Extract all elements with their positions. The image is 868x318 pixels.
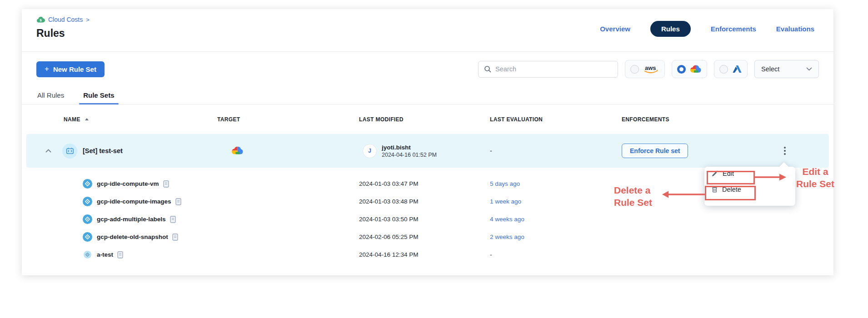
rule-last-evaluation-link[interactable]: 2 weeks ago [490,234,622,240]
rule-last-evaluation: - [490,251,622,258]
nav-rules-active[interactable]: Rules [650,21,691,37]
rule-icon [84,251,91,258]
annotation-edit-rule-set: Edit a Rule Set [781,165,849,190]
rule-last-modified: 2024-01-03 03:50 PM [359,216,490,223]
rule-icon [83,179,92,189]
rule-name: a-test [97,251,113,258]
search-input[interactable] [495,65,612,73]
top-nav: Overview Rules Enforcements Evaluations [600,21,814,37]
rule-last-evaluation-link[interactable]: 5 days ago [490,180,622,187]
provider-filter-azure[interactable] [714,60,748,78]
column-header-last-evaluation: LAST EVALUATION [490,116,622,123]
plus-icon: + [45,66,49,72]
gcp-radio[interactable] [677,65,686,74]
provider-filter-aws[interactable]: aws [625,60,665,78]
chevron-down-icon [806,67,812,71]
avatar: J [363,144,377,158]
rule-notes-icon[interactable] [172,234,178,241]
rule-row[interactable]: a-test 2024-04-16 12:34 PM - [26,246,829,263]
sort-ascending-icon [85,118,89,120]
rule-name: gcp-delete-old-snapshot [97,234,168,240]
aws-logo-icon: aws [643,64,659,75]
table-header: NAME TARGET LAST MODIFIED LAST EVALUATIO… [26,104,829,134]
new-rule-set-label: New Rule Set [53,65,96,73]
new-rule-set-button[interactable]: + New Rule Set [36,61,105,77]
cloud-costs-icon: $ [36,16,45,23]
azure-radio[interactable] [719,65,728,74]
column-header-name[interactable]: NAME [36,116,217,123]
rule-icon [83,214,92,224]
column-header-enforcements: ENFORCEMENTS [622,116,751,123]
main-panel: $ Cloud Costs > Rules Overview Rules Enf… [22,9,833,275]
azure-logo-icon [732,65,742,74]
annotation-arrow-left [662,190,705,199]
nav-evaluations[interactable]: Evaluations [776,25,814,33]
page-title: Rules [36,27,65,40]
rule-last-modified: 2024-01-03 03:47 PM [359,180,490,187]
rule-set-target [217,146,359,156]
rule-last-evaluation-link[interactable]: 4 weeks ago [490,216,622,223]
annotation-box-edit [707,171,755,184]
tab-rule-sets[interactable]: Rule Sets [83,86,114,104]
breadcrumb-separator: > [86,16,90,23]
svg-text:aws: aws [645,65,656,71]
column-header-target: TARGET [217,116,359,123]
modified-at-timestamp: 2024-04-16 01:52 PM [382,152,437,158]
rules-tabs: All Rules Rule Sets [22,86,833,104]
rule-notes-icon[interactable] [170,216,176,223]
enforce-rule-set-button[interactable]: Enforce Rule set [622,144,688,158]
rule-row[interactable]: gcp-delete-old-snapshot 2024-02-06 05:25… [26,228,829,246]
rule-set-icon [62,144,77,159]
rule-icon [83,232,92,242]
gcp-logo-icon [690,65,702,74]
rule-last-modified: 2024-01-03 03:48 PM [359,198,490,205]
rule-name: gcp-idle-compute-images [97,198,171,205]
row-options-kebab-icon[interactable] [781,144,788,158]
filter-select-dropdown[interactable]: Select [754,60,819,78]
rule-notes-icon[interactable] [175,198,181,205]
annotation-box-delete [705,186,756,200]
filter-select-value: Select [761,65,779,73]
rule-icon [83,197,92,206]
rule-name: gcp-add-multiple-labels [97,216,166,223]
rule-notes-icon[interactable] [163,180,169,188]
rule-last-modified: 2024-02-06 05:25 PM [359,234,490,240]
rule-last-modified: 2024-04-16 12:34 PM [359,251,490,258]
nav-overview[interactable]: Overview [600,25,630,33]
rule-notes-icon[interactable] [117,251,123,258]
search-icon [484,65,491,73]
provider-filter-gcp[interactable] [672,60,707,78]
gcp-target-icon [231,146,244,156]
column-header-last-modified: LAST MODIFIED [359,116,490,123]
breadcrumb[interactable]: $ Cloud Costs > [36,16,90,23]
toolbar: + New Rule Set aws [22,52,833,86]
tab-all-rules[interactable]: All Rules [37,86,64,104]
page-header: $ Cloud Costs > Rules Overview Rules Enf… [22,9,833,52]
rule-row[interactable]: gcp-add-multiple-labels 2024-01-03 03:50… [26,210,829,228]
modified-by-user: jyoti.bisht [382,144,437,151]
rule-set-row[interactable]: [Set] test-set J jyoti.bisht 2024- [26,134,829,168]
annotation-delete-rule-set: Delete a Rule Set [614,184,652,209]
breadcrumb-label[interactable]: Cloud Costs [48,16,83,23]
search-box[interactable] [478,61,618,78]
collapse-chevron-up-icon[interactable] [45,149,51,153]
rule-last-evaluation-link[interactable]: 1 week ago [490,198,622,205]
rule-name: gcp-idle-compute-vm [97,180,159,187]
rule-set-last-evaluation: - [490,147,622,154]
nav-enforcements[interactable]: Enforcements [711,25,756,33]
aws-radio[interactable] [630,65,639,74]
rule-set-name: [Set] test-set [83,147,123,154]
svg-text:$: $ [40,18,42,22]
